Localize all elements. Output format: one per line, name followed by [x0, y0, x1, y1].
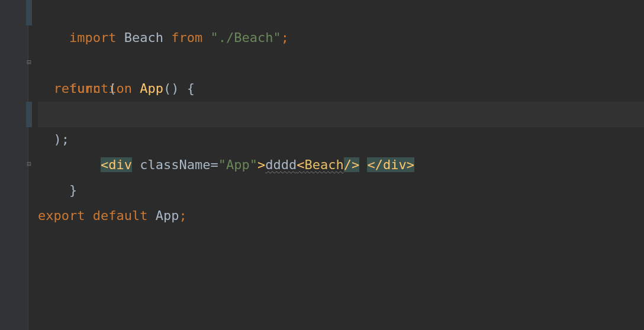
code-line[interactable]: ); — [38, 127, 644, 153]
code-line[interactable]: ⊟} — [38, 153, 644, 178]
change-marker — [26, 0, 32, 25]
code-line-empty[interactable] — [38, 178, 644, 203]
close-paren-semi: ); — [54, 132, 70, 147]
code-line-empty[interactable] — [38, 25, 644, 51]
current-line-highlight — [38, 102, 644, 127]
keyword-export: export — [38, 208, 85, 223]
change-marker — [26, 102, 32, 127]
fold-icon[interactable]: ⊟ — [25, 58, 33, 66]
semicolon: ; — [179, 208, 186, 223]
editor-gutter — [0, 0, 28, 330]
code-line[interactable]: ⊟function App() { — [38, 51, 644, 76]
keyword-return: return — [54, 81, 101, 96]
code-line[interactable]: export default App; — [38, 203, 644, 229]
paren: ( — [101, 81, 117, 96]
code-line[interactable]: import Beach from "./Beach"; — [38, 0, 644, 25]
code-editor-area[interactable]: import Beach from "./Beach"; ⊟function A… — [28, 0, 644, 330]
code-line[interactable]: return ( — [38, 76, 644, 102]
keyword-default: default — [93, 208, 148, 223]
identifier: App — [156, 208, 179, 223]
fold-end-icon[interactable]: ⊟ — [25, 160, 33, 168]
code-line-active[interactable]: <div className="App">dddd<Beach/> </div> — [38, 102, 644, 127]
